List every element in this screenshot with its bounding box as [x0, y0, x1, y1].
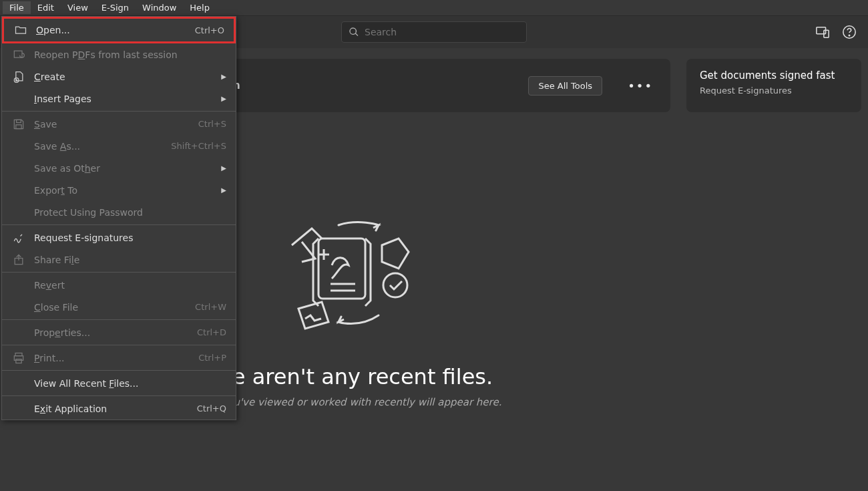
- menu-shortcut: Ctrl+S: [198, 119, 226, 129]
- menu-item-request-signatures[interactable]: Request E-signatures: [2, 226, 236, 249]
- promo-card: Get documents signed fast Request E-sign…: [686, 59, 861, 112]
- chevron-right-icon: ▶: [221, 73, 226, 80]
- menu-label: Insert Pages: [34, 94, 226, 104]
- menu-item-close[interactable]: Close File Ctrl+W: [2, 296, 236, 318]
- menu-label: Print...: [34, 353, 198, 363]
- menu-label: Save: [34, 119, 198, 130]
- menu-item-insert-pages[interactable]: Insert Pages ▶: [2, 88, 236, 110]
- menu-item-save[interactable]: Save Ctrl+S: [2, 113, 236, 135]
- share-icon: [11, 253, 26, 267]
- menu-label: Create: [34, 71, 226, 82]
- menu-item-exit[interactable]: Exit Application Ctrl+Q: [2, 397, 236, 420]
- menu-separator: [2, 272, 236, 273]
- menu-item-protect[interactable]: Protect Using Password: [2, 201, 236, 223]
- menu-separator: [2, 319, 236, 320]
- devices-icon[interactable]: [815, 24, 831, 40]
- menu-item-properties[interactable]: Properties... Ctrl+D: [2, 321, 236, 343]
- reopen-icon: [11, 47, 26, 62]
- menu-label: Save As...: [34, 141, 171, 152]
- menu-label: Export To: [34, 185, 226, 196]
- print-icon: [11, 351, 26, 365]
- menu-shortcut: Ctrl+Q: [197, 403, 226, 414]
- menu-label: Protect Using Password: [34, 207, 226, 218]
- svg-rect-12: [17, 120, 21, 122]
- create-icon: [11, 69, 26, 84]
- menu-shortcut: Ctrl+O: [195, 25, 224, 35]
- help-icon[interactable]: [841, 24, 857, 40]
- menu-shortcut: Shift+Ctrl+S: [171, 141, 226, 151]
- menu-item-reopen[interactable]: Reopen PDFs from last session: [2, 43, 236, 65]
- menu-label: View All Recent Files...: [34, 378, 226, 389]
- more-icon[interactable]: •••: [624, 79, 657, 93]
- menu-item-open[interactable]: Open... Ctrl+O: [2, 17, 236, 43]
- menu-label: Open...: [36, 25, 195, 35]
- menu-label: Revert: [34, 280, 226, 291]
- menu-label: Request E-signatures: [34, 232, 226, 243]
- chevron-right-icon: ▶: [221, 186, 226, 194]
- menu-item-revert[interactable]: Revert: [2, 274, 236, 296]
- menu-label: Reopen PDFs from last session: [34, 49, 226, 60]
- menu-separator: [2, 395, 236, 396]
- menu-esign[interactable]: E-Sign: [95, 1, 136, 14]
- menu-shortcut: Ctrl+D: [197, 327, 226, 337]
- menu-help[interactable]: Help: [183, 1, 216, 14]
- svg-point-9: [383, 273, 407, 297]
- svg-rect-17: [16, 359, 21, 363]
- menu-view[interactable]: View: [61, 1, 95, 14]
- save-icon: [11, 117, 26, 132]
- menu-shortcut: Ctrl+P: [198, 353, 226, 363]
- search-icon: [349, 27, 359, 37]
- menu-label: Save as Other: [34, 163, 226, 174]
- menu-edit[interactable]: Edit: [31, 1, 61, 14]
- menubar: File Edit View E-Sign Window Help: [0, 0, 868, 16]
- menu-item-share[interactable]: Share File: [2, 249, 236, 271]
- menu-item-view-recent[interactable]: View All Recent Files...: [2, 372, 236, 394]
- menu-item-export[interactable]: Export To ▶: [2, 179, 236, 201]
- menu-item-create[interactable]: Create ▶: [2, 65, 236, 88]
- menu-label: Close File: [34, 302, 195, 313]
- menu-item-print[interactable]: Print... Ctrl+P: [2, 347, 236, 369]
- menu-separator: [2, 345, 236, 345]
- menu-item-save-as[interactable]: Save As... Shift+Ctrl+S: [2, 135, 236, 157]
- chevron-right-icon: ▶: [221, 164, 226, 172]
- menu-separator: [2, 111, 236, 112]
- promo-link[interactable]: Request E-signatures: [700, 86, 848, 96]
- menu-separator: [2, 224, 236, 225]
- menu-shortcut: Ctrl+W: [195, 302, 226, 312]
- menu-label: Exit Application: [34, 403, 197, 414]
- menu-label: Properties...: [34, 327, 197, 338]
- menu-file[interactable]: File: [3, 1, 31, 14]
- empty-illustration: [252, 212, 425, 352]
- menu-label: Share File: [34, 255, 226, 265]
- search-input[interactable]: [365, 27, 519, 37]
- svg-rect-10: [14, 51, 22, 57]
- see-all-tools-button[interactable]: See All Tools: [528, 76, 602, 96]
- menu-item-save-other[interactable]: Save as Other ▶: [2, 157, 236, 179]
- chevron-right-icon: ▶: [221, 95, 226, 102]
- menu-separator: [2, 370, 236, 371]
- signature-icon: [11, 230, 26, 245]
- folder-icon: [13, 23, 28, 37]
- svg-point-3: [849, 35, 849, 35]
- svg-rect-13: [16, 124, 21, 128]
- search-box[interactable]: [341, 21, 527, 43]
- promo-title: Get documents signed fast: [700, 69, 848, 81]
- file-menu-dropdown: Open... Ctrl+O Reopen PDFs from last ses…: [1, 16, 236, 420]
- menu-window[interactable]: Window: [136, 1, 183, 14]
